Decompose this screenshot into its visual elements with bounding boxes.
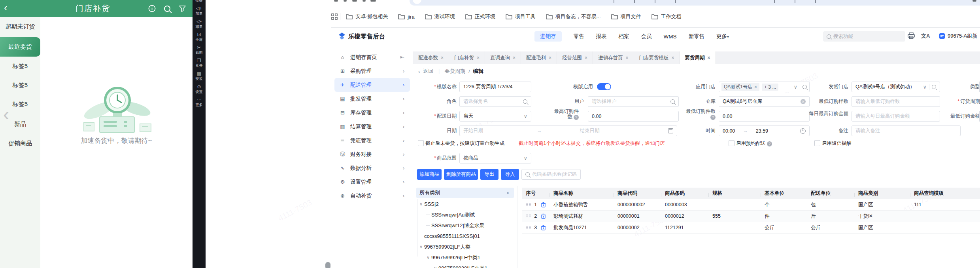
sidebar-item-settings[interactable]: ⚙设置管理› bbox=[331, 175, 413, 189]
nav-item-active[interactable]: 进销存 bbox=[534, 31, 562, 42]
export-button[interactable]: 导出 bbox=[480, 169, 498, 180]
chevron-down-icon[interactable]: ∨ bbox=[418, 201, 424, 207]
delivery-date-select[interactable]: 当天∨ bbox=[459, 111, 531, 122]
template-name-input[interactable]: 1226-要货周期-1/2/3/4 bbox=[459, 82, 531, 92]
bookmark-folder[interactable]: 项目文件 bbox=[611, 13, 641, 20]
chevron-down-icon[interactable]: ∨ bbox=[524, 113, 527, 119]
trash-icon[interactable] bbox=[541, 213, 546, 219]
install-apk-button[interactable]: ▦安装 bbox=[196, 71, 203, 81]
toolbar-item-clipped[interactable]: 按键 bbox=[193, 0, 206, 3]
sidebar-item-analytics[interactable]: ∿数据分析› bbox=[331, 161, 413, 175]
fold-all-icon[interactable]: ⇤ bbox=[507, 190, 511, 196]
delete-all-goods-button[interactable]: 删除所有商品 bbox=[444, 169, 478, 180]
help-icon[interactable]: ? bbox=[574, 115, 579, 120]
chevron-down-icon[interactable]: ∨ bbox=[432, 266, 438, 268]
sidebar-item-finance[interactable]: Ⓢ财务对接› bbox=[331, 147, 413, 161]
sidebar-item-delivery-active[interactable]: ✈配送管理› bbox=[334, 78, 410, 92]
close-icon[interactable]: × bbox=[477, 55, 480, 61]
import-button[interactable]: 导入 bbox=[501, 169, 519, 180]
time-range-input[interactable]: 00:00 → 23:59 bbox=[719, 125, 810, 136]
nav-item[interactable]: WMS bbox=[664, 34, 677, 40]
bookmark-folder[interactable]: 工作文档 bbox=[651, 13, 682, 20]
bookmark-folder[interactable]: 项目工具 bbox=[506, 13, 536, 20]
phone-menu-item[interactable]: 标签5 bbox=[0, 77, 40, 93]
bookmark-folder[interactable]: 安卓-抓包相关 bbox=[346, 13, 388, 20]
multi-instance-button[interactable]: ❐多开 bbox=[196, 58, 203, 68]
user-badge[interactable]: 99675-A组新 bbox=[939, 32, 977, 40]
more-button[interactable]: ⋯更多 bbox=[196, 97, 203, 107]
search-icon[interactable] bbox=[164, 6, 170, 12]
drag-handle-icon[interactable]: ⠿⠿ bbox=[526, 203, 532, 207]
nav-item[interactable]: 零售 bbox=[574, 33, 584, 40]
ship-store-select[interactable]: QA测试6号店（测试勿动） ∨ bbox=[852, 82, 940, 92]
table-row[interactable]: ⠿⠿2 彭琦测试耗材 00000001 0000012 555 件 斤 干货区 bbox=[522, 211, 980, 222]
table-row[interactable]: ⠿⠿1 小番茄整箱鸭舌 0000000002 00000003 个 包 国产区 … bbox=[522, 199, 980, 211]
trash-icon[interactable] bbox=[541, 202, 546, 207]
chevron-down-icon[interactable]: ∨ bbox=[418, 244, 424, 249]
help-icon[interactable]: ? bbox=[710, 115, 716, 120]
tree-node[interactable]: ∨9967599928|LF小类1 bbox=[414, 263, 517, 268]
min-order-samples-input[interactable]: 请输入最低订购样数 bbox=[852, 96, 940, 107]
phone-menu-item[interactable]: 标签5 bbox=[0, 58, 40, 74]
template-enabled-toggle[interactable] bbox=[597, 83, 611, 90]
nav-item[interactable]: 报表 bbox=[596, 33, 607, 40]
close-icon[interactable]: × bbox=[549, 55, 551, 61]
table-row[interactable]: ⠿⠿3 批发商品10271 00000002 1121291 公斤 公斤 国产区 bbox=[522, 222, 980, 234]
user-input[interactable]: 请选择用户 bbox=[588, 96, 679, 107]
sidebar-item-voucher[interactable]: ≣凭证管理› bbox=[331, 133, 413, 147]
apps-grid-icon[interactable] bbox=[331, 13, 338, 20]
tab[interactable]: 门店补货× bbox=[449, 51, 485, 64]
clear-icon[interactable]: ✕ bbox=[801, 99, 806, 104]
role-input[interactable]: 请选择角色 bbox=[459, 96, 531, 107]
address-bar-clipped[interactable] bbox=[410, 0, 980, 6]
nav-item-more[interactable]: 更多▾ bbox=[716, 33, 729, 40]
chevron-down-icon[interactable]: ∨ bbox=[425, 255, 431, 260]
drag-handle-icon[interactable]: ⠿⠿ bbox=[526, 226, 532, 230]
tree-root-all-categories[interactable]: 所有类别⇤ bbox=[416, 188, 514, 198]
bookmark-folder[interactable]: jira bbox=[398, 14, 414, 20]
volume-down-button[interactable]: ◁-减量 bbox=[196, 19, 203, 29]
swipe-back-icon[interactable]: ‹ bbox=[3, 105, 9, 123]
phone-back-icon[interactable]: ‹ bbox=[4, 2, 8, 14]
daily-max-amount-input[interactable]: 请输入每日最高订购金额 bbox=[852, 111, 940, 122]
settings-button[interactable]: ⊙设置 bbox=[196, 84, 203, 94]
tab-active[interactable]: 要货周期× bbox=[680, 51, 716, 64]
reserve-delivery-checkbox[interactable] bbox=[729, 140, 735, 146]
add-goods-button[interactable]: 添加商品 bbox=[417, 169, 442, 180]
function-search-input[interactable]: 搜索功能 bbox=[823, 31, 905, 42]
sidebar-item-inventory[interactable]: ⊟库存管理› bbox=[331, 106, 413, 120]
collapse-icon[interactable]: ⇤ bbox=[400, 54, 404, 60]
tree-node[interactable]: ∨SSS|2 bbox=[414, 199, 517, 209]
bookmark-folder[interactable]: 正式环境 bbox=[465, 13, 495, 20]
printer-icon[interactable] bbox=[908, 32, 915, 39]
remark-input[interactable]: 请输入备注 bbox=[852, 125, 961, 136]
chevron-down-icon[interactable]: ∨ bbox=[923, 84, 927, 90]
sidebar-item-wholesale[interactable]: ▤批发管理› bbox=[331, 92, 413, 106]
tab[interactable]: 配送毛利× bbox=[521, 51, 557, 64]
sms-remind-checkbox[interactable] bbox=[814, 140, 820, 146]
phone-menu-item[interactable]: 超期未订货 bbox=[0, 19, 40, 34]
sidebar-item-settlement[interactable]: ▥结算管理› bbox=[331, 120, 413, 133]
chevron-down-icon[interactable]: ∨ bbox=[794, 84, 797, 90]
close-icon[interactable]: × bbox=[672, 55, 674, 61]
close-icon[interactable]: × bbox=[513, 55, 515, 61]
search-icon[interactable] bbox=[670, 99, 675, 104]
store-tag-more[interactable]: + 3 ... bbox=[762, 84, 778, 91]
trash-icon[interactable] bbox=[541, 225, 546, 230]
tree-node[interactable]: SSSrwrqwr12|博全水果 bbox=[414, 220, 517, 231]
nav-item[interactable]: 新零售 bbox=[689, 33, 705, 40]
tab[interactable]: 经营范围× bbox=[557, 51, 593, 64]
close-icon[interactable]: × bbox=[708, 55, 710, 61]
tab[interactable]: 配送参数× bbox=[413, 51, 449, 64]
bookmark-folder[interactable]: 测试环境 bbox=[425, 13, 455, 20]
tree-node[interactable]: SSSrwrqwr|Au测试 bbox=[414, 209, 517, 220]
bookmark-folder[interactable]: 项目备忘，不容易... bbox=[546, 13, 601, 20]
close-icon[interactable]: × bbox=[754, 84, 757, 90]
tab[interactable]: 直调查询× bbox=[485, 51, 521, 64]
close-icon[interactable]: × bbox=[585, 55, 587, 61]
volume-up-button[interactable]: ◁+加量 bbox=[196, 6, 203, 16]
max-order-qty-input[interactable]: 0.00 bbox=[588, 111, 679, 122]
search-icon[interactable] bbox=[803, 85, 807, 89]
auto-generate-checkbox[interactable] bbox=[418, 140, 424, 146]
screenshot-button[interactable]: ✂截图 bbox=[196, 45, 203, 55]
